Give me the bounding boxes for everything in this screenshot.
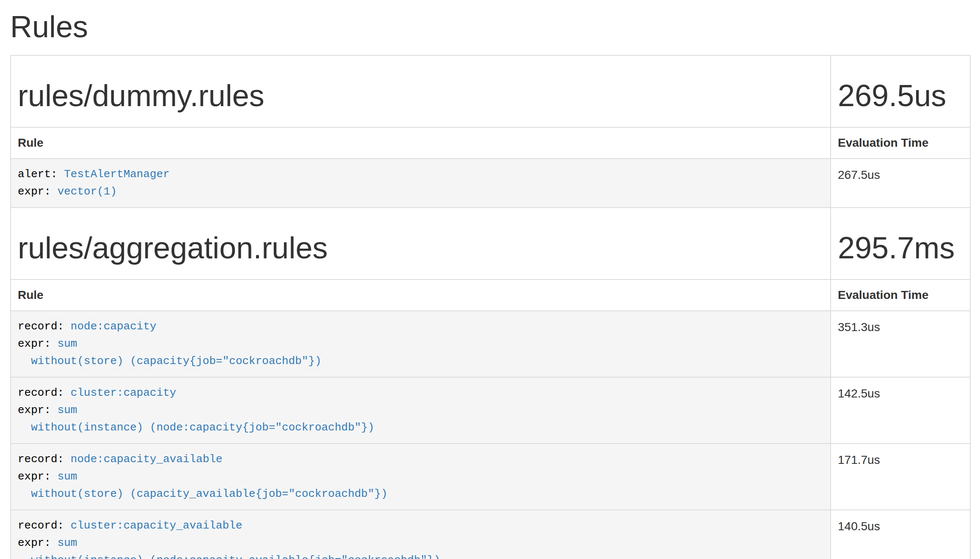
rule-definition-cell: record: node:capacity_availableexpr: sum… [11,444,831,510]
rule-name-link[interactable]: node:capacity_available [71,453,223,466]
rule-definition-cell: record: cluster:capacity_availableexpr: … [11,510,831,559]
rule-row: alert: TestAlertManagerexpr: vector(1)26… [11,159,970,208]
rule-expr-link[interactable]: without(instance) (node:capacity{job="co… [18,421,374,434]
rule-name-link[interactable]: cluster:capacity [71,386,176,399]
rule-evaluation-time: 142.5us [831,377,970,444]
rule-expr-link[interactable]: sum [58,337,77,350]
rule-code-key: alert: [18,168,58,181]
rule-expr-link[interactable]: sum [58,470,77,483]
rule-group-row: rules/aggregation.rules295.7ms [11,208,970,280]
rules-table: rules/dummy.rules269.5usRuleEvaluation T… [10,55,971,559]
rule-code-line: expr: sum [18,402,823,419]
rule-expr-link[interactable]: vector(1) [58,185,117,198]
rule-expr-link[interactable]: without(instance) (node:capacity_availab… [18,554,440,559]
page-title: Rules [10,10,971,43]
rule-expr-link[interactable]: without(store) (capacity{job="cockroachd… [18,355,322,367]
rule-group-time-cell: 269.5us [831,55,970,127]
rule-name-link[interactable]: node:capacity [71,320,157,333]
evaluation-time-column-header: Evaluation Time [831,127,970,159]
rule-code-line: expr: sum [18,335,823,353]
rule-row: record: cluster:capacity_availableexpr: … [11,510,970,559]
rules-table-body: rules/dummy.rules269.5usRuleEvaluation T… [11,55,970,559]
rule-code-line: without(instance) (node:capacity_availab… [18,552,823,559]
rule-code-key: record: [18,519,64,532]
rule-code-line: record: cluster:capacity [18,384,823,402]
rule-code-key: expr: [18,537,51,549]
rule-expr-link[interactable]: without(store) (capacity_available{job="… [18,488,388,500]
rule-column-header: Rule [11,127,831,159]
rule-code-key: record: [18,320,64,333]
rule-code-line: record: node:capacity_available [18,451,823,468]
rule-evaluation-time: 140.5us [831,510,970,559]
rule-row: record: cluster:capacityexpr: sum withou… [11,377,970,444]
rule-evaluation-time: 267.5us [831,159,970,208]
rule-definition-cell: record: node:capacityexpr: sum without(s… [11,311,831,377]
rule-group-time-cell: 295.7ms [831,208,970,280]
rule-code-key: expr: [18,470,51,483]
rule-expr-link[interactable]: sum [58,404,77,417]
rule-code-line: expr: vector(1) [18,183,823,200]
rule-group-row: rules/dummy.rules269.5us [11,55,970,127]
column-header-row: RuleEvaluation Time [11,280,970,311]
rule-code-key: record: [18,453,64,466]
rule-code-key: expr: [18,337,51,350]
rule-group-name-cell: rules/aggregation.rules [11,208,831,280]
rule-group-evaluation-time: 269.5us [838,79,963,112]
rule-code-line: expr: sum [18,468,823,485]
rule-row: record: node:capacity_availableexpr: sum… [11,444,970,510]
rule-code-key: expr: [18,185,51,198]
rule-code-line: alert: TestAlertManager [18,166,823,183]
rule-code-line: without(store) (capacity_available{job="… [18,485,823,503]
rule-expr-link[interactable]: sum [58,537,77,549]
rule-group-evaluation-time: 295.7ms [838,231,963,265]
rule-row: record: node:capacityexpr: sum without(s… [11,311,970,377]
rule-code-line: expr: sum [18,534,823,552]
rule-definition-cell: alert: TestAlertManagerexpr: vector(1) [11,159,831,208]
rule-group-name-cell: rules/dummy.rules [11,55,831,127]
rule-definition-cell: record: cluster:capacityexpr: sum withou… [11,377,831,444]
rule-name-link[interactable]: TestAlertManager [64,168,170,181]
evaluation-time-column-header: Evaluation Time [831,280,970,311]
rule-evaluation-time: 171.7us [831,444,970,510]
rule-code-line: without(instance) (node:capacity{job="co… [18,419,823,436]
rule-column-header: Rule [11,280,831,311]
rule-name-link[interactable]: cluster:capacity_available [71,519,242,532]
rule-group-name: rules/dummy.rules [18,79,823,112]
rule-code-line: record: cluster:capacity_available [18,517,823,534]
rule-code-line: record: node:capacity [18,318,823,335]
rule-code-key: record: [18,386,64,399]
rule-code-key: expr: [18,404,51,417]
rule-group-name: rules/aggregation.rules [18,231,823,265]
rule-evaluation-time: 351.3us [831,311,970,377]
column-header-row: RuleEvaluation Time [11,127,970,159]
rule-code-line: without(store) (capacity{job="cockroachd… [18,353,823,370]
